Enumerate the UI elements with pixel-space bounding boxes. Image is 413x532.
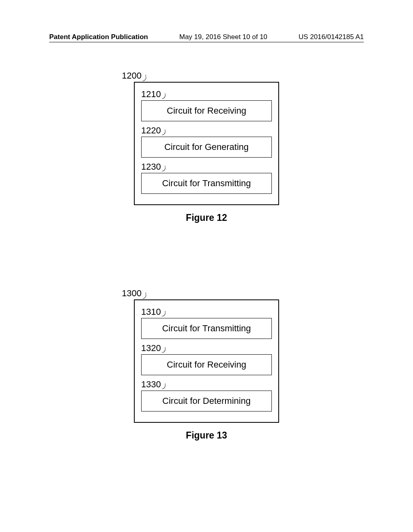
leader-icon	[161, 165, 167, 171]
leader-icon	[142, 74, 147, 80]
leader-icon	[161, 347, 167, 352]
ref-1230: 1230	[141, 162, 161, 172]
header-left: Patent Application Publication	[49, 33, 148, 41]
outer-ref-label: 1200	[122, 71, 279, 82]
box-transmitting: Circuit for Transmitting	[141, 318, 272, 339]
leader-icon	[161, 129, 167, 135]
box-receiving: Circuit for Receiving	[141, 100, 272, 121]
outer-box-1300: 1310 Circuit for Transmitting 1320 Circu…	[134, 299, 279, 423]
leader-icon	[161, 310, 167, 316]
inner-ref-row: 1230	[141, 160, 272, 173]
box-receiving: Circuit for Receiving	[141, 354, 272, 375]
outer-box-1200: 1210 Circuit for Receiving 1220 Circuit …	[134, 82, 279, 205]
ref-1210: 1210	[141, 89, 161, 100]
leader-icon	[161, 383, 167, 389]
figure-12: 1200 1210 Circuit for Receiving 1220 Cir…	[134, 71, 279, 223]
figure-12-caption: Figure 12	[134, 212, 279, 223]
leader-icon	[161, 93, 167, 98]
leader-icon	[142, 292, 147, 297]
ref-1220: 1220	[141, 125, 161, 136]
inner-ref-row: 1210	[141, 87, 272, 100]
header-right: US 2016/0142185 A1	[298, 33, 364, 41]
ref-1310: 1310	[141, 307, 161, 317]
inner-ref-row: 1330	[141, 378, 272, 391]
box-determining: Circuit for Determining	[141, 391, 272, 411]
ref-1330: 1330	[141, 379, 161, 390]
inner-ref-row: 1220	[141, 124, 272, 137]
header-mid: May 19, 2016 Sheet 10 of 10	[179, 33, 267, 41]
figure-13-caption: Figure 13	[134, 430, 279, 441]
header-rule	[49, 42, 364, 42]
ref-1200: 1200	[122, 71, 142, 81]
outer-ref-label: 1300	[122, 288, 279, 299]
header: Patent Application Publication May 19, 2…	[0, 33, 413, 41]
box-generating: Circuit for Generating	[141, 137, 272, 158]
box-transmitting: Circuit for Transmitting	[141, 173, 272, 194]
header-row: Patent Application Publication May 19, 2…	[49, 33, 364, 41]
ref-1320: 1320	[141, 343, 161, 353]
inner-ref-row: 1310	[141, 305, 272, 318]
inner-ref-row: 1320	[141, 341, 272, 354]
figure-13: 1300 1310 Circuit for Transmitting 1320 …	[134, 288, 279, 441]
page: Patent Application Publication May 19, 2…	[0, 0, 413, 532]
ref-1300: 1300	[122, 288, 142, 299]
